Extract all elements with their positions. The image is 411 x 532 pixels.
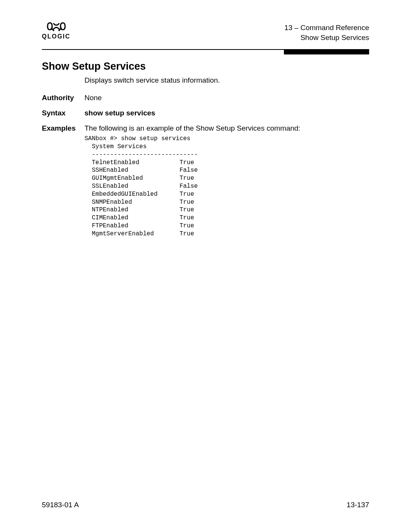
page-footer: 59183-01 A 13-137 — [42, 501, 369, 509]
value-syntax: show setup services — [84, 109, 369, 117]
code-output: SANbox #> show setup services System Ser… — [84, 135, 369, 238]
label-syntax: Syntax — [42, 109, 84, 117]
header-right: 13 – Command Reference Show Setup Servic… — [284, 23, 369, 42]
value-authority: None — [84, 94, 369, 102]
row-syntax: Syntax show setup services — [42, 109, 369, 117]
page-header: QLOGIC 13 – Command Reference Show Setup… — [42, 23, 369, 49]
label-authority: Authority — [42, 94, 84, 102]
divider-bar — [284, 50, 369, 54]
logo-text: QLOGIC — [42, 33, 70, 40]
header-chapter: 13 – Command Reference — [284, 23, 369, 33]
header-rule — [42, 49, 369, 50]
footer-doc-id: 59183-01 A — [42, 501, 79, 509]
footer-page-number: 13-137 — [347, 501, 369, 509]
brand-logo: QLOGIC — [42, 21, 70, 40]
label-examples: Examples — [42, 124, 84, 133]
header-section: Show Setup Services — [284, 33, 369, 43]
value-examples: The following is an example of the Show … — [84, 124, 369, 133]
logo-icon — [46, 21, 67, 33]
description: Displays switch service status informati… — [84, 76, 369, 85]
page-content: QLOGIC 13 – Command Reference Show Setup… — [0, 0, 411, 238]
row-examples: Examples The following is an example of … — [42, 124, 369, 133]
page-title: Show Setup Services — [42, 61, 369, 72]
row-authority: Authority None — [42, 94, 369, 102]
